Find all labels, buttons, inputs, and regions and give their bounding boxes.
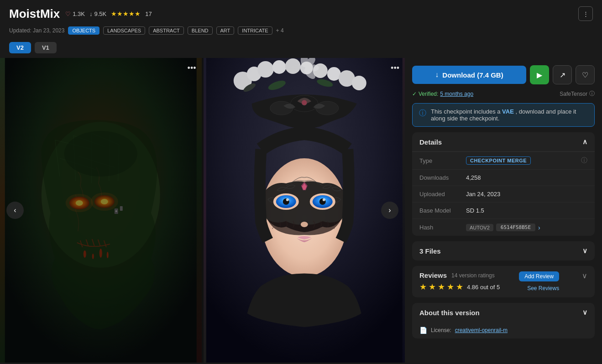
image-right-menu-dots[interactable]: ••• [391,63,399,73]
files-section: 3 Files ∨ [412,241,595,260]
tag-objects[interactable]: OBJECTS [68,26,99,35]
see-reviews-button[interactable]: See Reviews [527,285,559,291]
license-link[interactable]: creativeml-openrail-m [455,327,508,333]
safe-tensor-info: SafeTensor ⓘ [560,90,595,98]
hash-arrow-icon[interactable]: › [538,224,540,231]
about-title: About this version [419,309,480,317]
gallery-next-button[interactable]: › [381,202,398,219]
tags-more: + 4 [276,27,284,34]
share-icon: ↗ [560,71,565,79]
detail-row-basemodel: Base Model SD 1.5 [412,203,595,219]
safe-tensor-label: SafeTensor [560,91,587,97]
main-layout: ••• [0,58,602,363]
files-collapse-icon: ∨ [582,247,587,255]
verified-badge: ✓ Verified: 5 months ago [412,91,473,97]
tag-art[interactable]: ART [216,26,235,35]
svg-point-34 [257,61,273,78]
version-v1-button[interactable]: V1 [35,42,57,53]
svg-point-29 [115,210,117,212]
tag-intricate[interactable]: INTRICATE [238,26,272,35]
details-section-body: Type CHECKPOINT MERGE ⓘ Downloads 4,258 … [412,152,595,236]
uploaded-label: Uploaded [419,191,461,198]
image-left-menu-dots[interactable]: ••• [188,63,196,73]
review-star-1: ★ [419,282,427,292]
stars-large: ★ ★ ★ ★ ★ 4.86 out of 5 [419,282,500,292]
svg-point-30 [64,131,137,177]
page-header: MoistMix ♡ 1.3K ↓ 9.5K ★★★★★ 17 ⋮ [0,0,602,25]
review-star-4: ★ [447,282,454,292]
share-button[interactable]: ↗ [553,65,572,84]
menu-dots-icon: ⋮ [583,10,589,17]
vae-link[interactable]: VAE [502,108,514,115]
info-banner-text: This checkpoint includes a VAE , downloa… [431,108,588,122]
detail-row-uploaded: Uploaded Jan 24, 2023 [412,186,595,203]
hash-label: Hash [419,224,461,231]
rating-number: 4.86 out of 5 [467,284,500,291]
svg-rect-28 [120,206,123,211]
hash-row: AUTOV2 6514F58B5E › [466,224,540,231]
header-review-count: 17 [145,10,152,17]
detail-row-type: Type CHECKPOINT MERGE ⓘ [412,152,595,170]
download-arrow-icon: ↓ [435,71,439,79]
right-panel: ↓ Download (7.4 GB) ▶ ↗ ♡ ✓ Verified: 5 … [405,58,602,363]
svg-point-36 [285,58,300,74]
uploaded-value: Jan 24, 2023 [466,191,500,198]
svg-point-60 [286,198,288,201]
about-section-header[interactable]: About this version ∨ [412,303,595,322]
model-title: MoistMix [9,7,60,21]
type-badge: CHECKPOINT MERGE [466,156,531,165]
details-collapse-icon: ∧ [582,138,587,146]
add-review-button[interactable]: Add Review [519,271,559,281]
header-meta: ♡ 1.3K ↓ 9.5K ★★★★★ 17 [65,10,152,17]
tag-blend[interactable]: BLEND [188,26,213,35]
download-row: ↓ Download (7.4 GB) ▶ ↗ ♡ [412,65,595,84]
ratings-count: 14 version ratings [451,272,495,279]
type-info-icon[interactable]: ⓘ [581,156,587,165]
gallery-image-right: ••• [204,58,405,363]
svg-point-62 [300,222,308,227]
svg-point-52 [301,100,307,105]
review-star-5: ★ [456,282,463,292]
verified-label: Verified: [419,91,438,97]
heart-icon: ♡ [582,71,588,79]
details-section-header[interactable]: Details ∧ [412,132,595,152]
svg-point-35 [272,60,286,74]
about-section: About this version ∨ 📄 License: creative… [412,303,595,338]
tag-landscapes[interactable]: LANDSCAPES [103,26,145,35]
version-v2-button[interactable]: V2 [9,42,31,53]
reviews-left: Reviews 14 version ratings ★ ★ ★ ★ ★ 4.8… [419,271,500,292]
download-button-label: Download (7.4 GB) [442,71,503,79]
about-body: 📄 License: creativeml-openrail-m [412,322,595,338]
download-button[interactable]: ↓ Download (7.4 GB) [412,66,526,84]
next-icon: › [388,206,391,214]
hash-type: AUTOV2 [466,224,493,231]
verified-check-icon: ✓ [412,91,417,97]
reviews-title: Reviews [419,271,447,279]
tags-row: Updated: Jan 23, 2023 OBJECTS LANDSCAPES… [0,25,602,39]
safe-tensor-info-icon: ⓘ [589,90,595,98]
reviews-right: Add Review See Reviews [519,271,559,291]
play-icon: ▶ [537,71,542,79]
basemodel-label: Base Model [419,207,461,214]
favorite-button[interactable]: ♡ [576,65,595,84]
header-stars: ★★★★★ [111,10,141,17]
tag-abstract[interactable]: ABSTRACT [149,26,184,35]
files-section-header[interactable]: 3 Files ∨ [412,241,595,260]
heart-count-display: ♡ 1.3K [65,10,85,17]
reviews-collapse-icon: ∨ [582,271,587,280]
files-title: 3 Files [419,247,441,255]
creature-image-svg [0,58,202,363]
menu-button[interactable]: ⋮ [578,6,593,21]
reviews-section-header[interactable]: Reviews 14 version ratings ★ ★ ★ ★ ★ 4.8… [412,266,595,297]
gallery-prev-button[interactable]: ‹ [6,202,24,219]
verified-time-link[interactable]: 5 months ago [440,91,473,97]
version-row: V2 V1 [0,39,602,58]
review-star-2: ★ [429,282,436,292]
downloads-value: 4,258 [466,174,481,181]
basemodel-value: SD 1.5 [466,207,484,214]
download-count-display: ↓ 9.5K [89,10,106,17]
masked-girl-image-svg [204,58,405,363]
play-button[interactable]: ▶ [530,65,549,84]
gallery-image-left: ••• [0,58,202,363]
info-banner: ⓘ This checkpoint includes a VAE , downl… [412,103,595,127]
